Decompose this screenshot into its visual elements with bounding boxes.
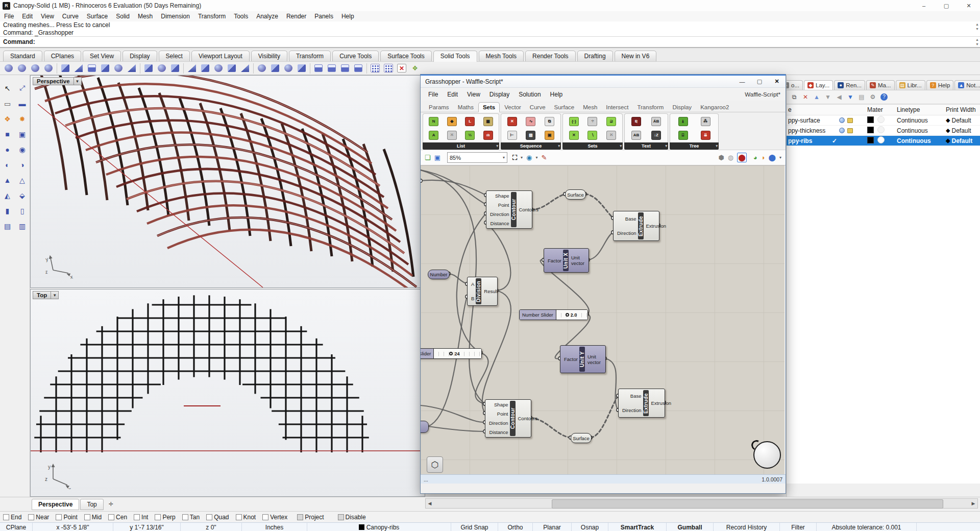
explode-tool-icon[interactable]: ✸: [16, 113, 29, 125]
gh-menu-view[interactable]: View: [462, 90, 485, 99]
menu-view[interactable]: View: [37, 12, 58, 21]
close-icon[interactable]: ✕: [958, 0, 980, 11]
select-cursor-tool-icon[interactable]: ↖: [2, 82, 14, 94]
osnap-checkbox-mid[interactable]: [84, 514, 90, 520]
perspective-viewport[interactable]: Perspective ▼ yxz: [30, 75, 425, 288]
layer-name[interactable]: ppy-thickness: [787, 127, 839, 134]
osnap-checkbox-point[interactable]: [56, 514, 62, 520]
layer-color-swatch[interactable]: [867, 137, 874, 143]
extrude2-input-direction[interactable]: Direction: [622, 407, 642, 413]
number-param[interactable]: Number: [428, 270, 450, 279]
layers-col-linetype[interactable]: Linetype: [897, 106, 946, 113]
canvas-compass-widget[interactable]: [753, 441, 781, 469]
layers-col-name[interactable]: e: [787, 106, 839, 113]
minimize-icon[interactable]: –: [913, 0, 935, 11]
osnap-checkbox-disable[interactable]: [338, 514, 344, 520]
perspective-viewport-label[interactable]: Perspective: [33, 77, 74, 85]
filter-funnel-icon[interactable]: ▼: [845, 93, 856, 101]
gh-tab-kangaroo2[interactable]: Kangaroo2: [696, 103, 733, 112]
menu-mesh[interactable]: Mesh: [134, 12, 157, 21]
panel-tab-help[interactable]: ?Help: [926, 80, 954, 90]
hatch-tool-icon[interactable]: ▬: [16, 98, 29, 109]
extrude-box-icon[interactable]: [99, 62, 112, 75]
boolean-union-icon[interactable]: [2, 62, 15, 75]
contour2-input-shape[interactable]: Shape: [494, 402, 508, 407]
division-label[interactable]: Division: [476, 278, 481, 304]
set-slash-component-icon[interactable]: ∖: [587, 131, 597, 140]
gh-menu-solution[interactable]: Solution: [514, 90, 545, 99]
gh-group-expand-icon[interactable]: ▾: [496, 144, 498, 148]
chart-bars-component-icon[interactable]: ılı: [483, 131, 493, 140]
extrude-component-2[interactable]: Base Direction Extrude Extrusion: [618, 389, 665, 418]
contour1-input-distance[interactable]: Distance: [491, 221, 509, 226]
menu-tools[interactable]: Tools: [230, 12, 252, 21]
number-slider-2[interactable]: Number Slider 2.0: [519, 309, 588, 320]
move-up-icon[interactable]: ▲: [811, 93, 822, 101]
command-prompt[interactable]: Command: ▲▼: [0, 37, 980, 48]
gh-tab-surface[interactable]: Surface: [550, 103, 579, 112]
flatten-component-icon[interactable]: ⇊: [701, 131, 710, 140]
open-file-icon[interactable]: ❏: [425, 154, 431, 161]
layer-linetype[interactable]: Continuous: [897, 127, 946, 134]
weave-component-icon[interactable]: ⁙: [447, 131, 457, 140]
command-scroll-arrows[interactable]: ▲▼: [975, 22, 979, 31]
command-prompt-scroll[interactable]: ▲▼: [975, 37, 979, 46]
osnap-tan[interactable]: Tan: [182, 514, 200, 521]
menu-dimension[interactable]: Dimension: [157, 12, 194, 21]
gh-group-label[interactable]: Sets: [587, 143, 597, 149]
toolbar-tab-cplanes[interactable]: CPlanes: [44, 51, 81, 61]
extrude1-output-extrusion[interactable]: Extrusion: [644, 211, 670, 240]
toolbar-tab-drafting[interactable]: Drafting: [577, 51, 613, 61]
toolbar-tab-new-in-v6[interactable]: New in V6: [615, 51, 657, 61]
layer-linetype[interactable]: Continuous: [897, 117, 946, 124]
grasshopper-titlebar[interactable]: Grasshopper - Waffle-Script* — ▢ ✕: [421, 75, 786, 88]
preview-colour-icon[interactable]: ⬤: [768, 154, 776, 161]
slab-tool-icon[interactable]: ▤: [2, 220, 14, 232]
status-toggle-gumball[interactable]: Gumball: [667, 523, 714, 531]
toolbar-tab-select[interactable]: Select: [159, 51, 190, 61]
extrude-curve-icon[interactable]: [142, 62, 155, 75]
delete-layer-icon[interactable]: ✕: [800, 93, 811, 101]
shell-tool-icon[interactable]: [212, 62, 225, 75]
zoom-menu-arrow[interactable]: ▾: [521, 155, 523, 160]
layer-visibility-bulb-icon[interactable]: [839, 117, 845, 123]
unitx-input-factor[interactable]: Factor: [548, 258, 561, 263]
layer-row-ppy-surface[interactable]: ppy-surfaceContinuous◆Default: [787, 115, 980, 126]
preview-wireframe-icon[interactable]: ◍: [728, 154, 733, 161]
contour-component-1[interactable]: Shape Point Direction Distance Contour C…: [486, 190, 532, 229]
grasshopper-canvas[interactable]: Shape Point Direction Distance Contour C…: [421, 165, 785, 474]
gh-group-label[interactable]: Sequence: [520, 143, 542, 149]
text-case-component-icon[interactable]: ÁB: [651, 117, 661, 126]
gh-group-expand-icon[interactable]: ▾: [716, 144, 718, 148]
gh-minimize-icon[interactable]: —: [733, 76, 751, 87]
status-cplane[interactable]: CPlane: [0, 523, 33, 531]
graft-component-icon[interactable]: ⁂: [701, 117, 710, 126]
osnap-point[interactable]: Point: [56, 514, 77, 521]
gh-close-icon[interactable]: ✕: [768, 76, 786, 87]
create-set-component-icon[interactable]: {·}: [569, 117, 579, 126]
menu-help[interactable]: Help: [337, 12, 358, 21]
preview-eye-icon[interactable]: ◉: [526, 154, 532, 161]
menu-file[interactable]: File: [0, 12, 18, 21]
gh-tab-sets[interactable]: Sets: [478, 102, 500, 112]
fillet-edge-icon[interactable]: [225, 62, 238, 75]
status-toggle-filter[interactable]: Filter: [780, 523, 817, 531]
number-slider-24-rail[interactable]: 24: [434, 349, 481, 358]
sphere-points-tool-icon[interactable]: ◉: [16, 143, 29, 155]
cap-holes-icon[interactable]: [185, 62, 199, 75]
viewport-tab-top[interactable]: Top: [80, 499, 103, 510]
toolbar-tab-visibility[interactable]: Visibility: [251, 51, 287, 61]
toolbar-tab-solid-tools[interactable]: Solid Tools: [433, 51, 477, 62]
menu-curve[interactable]: Curve: [58, 12, 83, 21]
osnap-checkbox-cen[interactable]: [108, 514, 114, 520]
layer-color-swatch[interactable]: [867, 127, 874, 133]
move-down-icon[interactable]: ▼: [822, 93, 834, 101]
scrollbar-thumb[interactable]: [552, 499, 943, 509]
menu-render[interactable]: Render: [282, 12, 310, 21]
panel-tab-ma[interactable]: ✎Ma...: [866, 80, 895, 90]
array-hole-icon[interactable]: [338, 62, 352, 75]
toolbar-tab-viewport-layout[interactable]: Viewport Layout: [191, 51, 250, 61]
osnap-checkbox-end[interactable]: [3, 514, 9, 520]
new-viewport-tab-icon[interactable]: ✛: [109, 501, 113, 508]
layers-col-material[interactable]: Mater: [867, 106, 897, 113]
